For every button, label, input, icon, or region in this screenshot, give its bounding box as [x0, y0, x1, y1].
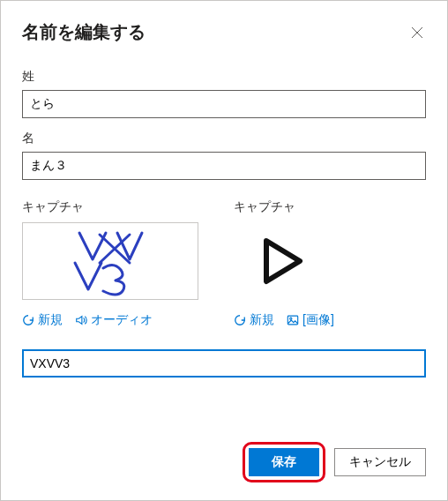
- image-action-label: [画像]: [302, 312, 334, 328]
- captcha-audio-label: キャプチャ: [234, 199, 426, 215]
- captcha-image-actions: 新規 オーディオ: [22, 312, 198, 328]
- captcha-image: [22, 222, 198, 300]
- lastname-input[interactable]: [22, 90, 426, 118]
- dialog-header: 名前を編集する: [22, 20, 426, 44]
- save-button-highlight: 保存: [243, 442, 325, 482]
- captcha-glyph-icon: [49, 226, 172, 296]
- audio-icon: [75, 314, 87, 326]
- captcha-audio-column: キャプチャ 新規: [234, 199, 426, 328]
- captcha-image-label: キャプチャ: [22, 199, 198, 215]
- play-icon: [250, 230, 312, 292]
- captcha-row: キャプチャ: [22, 199, 426, 328]
- svg-rect-2: [287, 316, 297, 325]
- save-button[interactable]: 保存: [249, 448, 319, 476]
- refresh-label: 新規: [38, 312, 63, 328]
- close-icon: [411, 26, 423, 39]
- captcha-audio-actions: 新規 [画像]: [234, 312, 426, 328]
- edit-name-dialog: 名前を編集する 姓 名 キャプチャ: [0, 0, 448, 501]
- captcha-input[interactable]: [22, 349, 426, 378]
- cancel-button[interactable]: キャンセル: [334, 448, 426, 476]
- svg-point-3: [290, 318, 292, 319]
- refresh-icon: [234, 314, 246, 326]
- close-button[interactable]: [408, 24, 426, 41]
- image-icon: [287, 314, 299, 326]
- refresh-audio-label: 新規: [250, 312, 274, 328]
- firstname-label: 名: [22, 131, 426, 146]
- captcha-switch-image-button[interactable]: [画像]: [287, 312, 334, 328]
- captcha-refresh-image-button[interactable]: 新規: [22, 312, 63, 328]
- captcha-switch-audio-button[interactable]: オーディオ: [75, 312, 153, 328]
- lastname-label: 姓: [22, 69, 426, 85]
- dialog-buttons: 保存 キャンセル: [243, 442, 426, 482]
- firstname-input[interactable]: [22, 152, 426, 180]
- refresh-icon: [22, 314, 34, 326]
- dialog-title: 名前を編集する: [22, 20, 146, 44]
- audio-action-label: オーディオ: [91, 312, 153, 328]
- captcha-input-wrapper: [22, 349, 426, 378]
- captcha-refresh-audio-button[interactable]: 新規: [234, 312, 274, 328]
- captcha-image-column: キャプチャ: [22, 199, 198, 328]
- captcha-audio-play-button[interactable]: [243, 222, 320, 300]
